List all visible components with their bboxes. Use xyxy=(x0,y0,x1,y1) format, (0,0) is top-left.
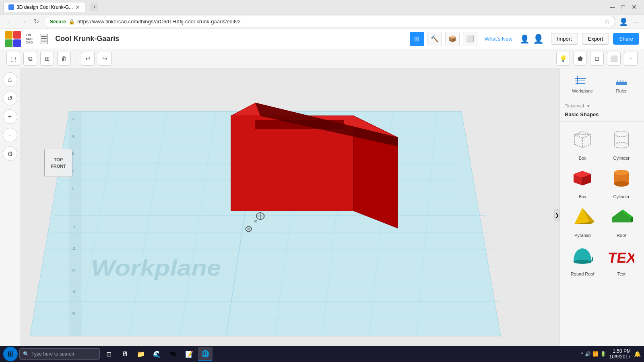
shape-pyramid-label: Pyramid xyxy=(574,233,590,238)
forward-button[interactable]: → xyxy=(19,16,28,27)
tinkercad-logo xyxy=(5,31,21,47)
align-button[interactable]: ⬜ xyxy=(607,52,621,66)
browser-tab[interactable]: 3D design Cool Krunk-G... ✕ xyxy=(3,2,85,12)
taskbar-word-button[interactable]: 📝 xyxy=(182,347,196,361)
zoom-in-button[interactable]: + xyxy=(3,109,17,124)
group-button[interactable]: ⬚ xyxy=(6,52,20,66)
delete-button[interactable]: 🗑 xyxy=(57,52,71,66)
taskbar-desktop-button[interactable]: 🖥 xyxy=(118,347,132,361)
category-dropdown-arrow[interactable]: ▼ xyxy=(586,104,590,108)
export-button[interactable]: Export xyxy=(582,33,609,45)
toolbar-right: 💡 ⬟ ⊡ ⬜ ⬝ xyxy=(556,52,638,66)
shape-box-outline[interactable]: Box xyxy=(565,125,601,160)
taskbar-search[interactable]: 🔍 Type here to search xyxy=(19,348,100,360)
svg-text:Workplane: Workplane xyxy=(91,255,221,281)
mirror-button[interactable]: ⊡ xyxy=(590,52,604,66)
svg-text:4: 4 xyxy=(72,134,74,138)
shape-round-roof-label: Round Roof xyxy=(571,272,594,276)
right-panel: ❯ Workplane xyxy=(559,68,644,362)
tray-arrow[interactable]: ^ xyxy=(581,352,583,356)
3d-view-button[interactable]: 🔨 xyxy=(427,32,442,46)
redo-button[interactable]: ↪ xyxy=(98,52,111,66)
tab-close-button[interactable]: ✕ xyxy=(75,4,80,10)
svg-text:-3: -3 xyxy=(72,268,76,272)
workplane-icon xyxy=(575,72,590,87)
shape-text-label: Text xyxy=(617,272,625,276)
ruler-icon xyxy=(614,72,629,87)
share-button[interactable]: Share xyxy=(613,33,639,45)
fit-button[interactable]: ⚙ xyxy=(3,146,17,161)
tab-title: 3D design Cool Krunk-G... xyxy=(17,4,73,10)
taskbar: ⊞ 🔍 Type here to search ⊡ 🖥 📁 🌊 🛍 📝 🌐 ^ … xyxy=(0,346,644,362)
svg-marker-58 xyxy=(574,135,590,138)
import-button[interactable]: Import xyxy=(551,33,578,45)
shape-cylinder-orange[interactable]: Cylinder xyxy=(604,164,640,199)
copy-button[interactable]: ⧉ xyxy=(23,52,37,66)
avatar[interactable]: 👤 xyxy=(533,34,544,44)
panel-divider xyxy=(560,99,644,99)
ruler-panel-button[interactable]: Ruler xyxy=(604,72,640,93)
back-button[interactable]: ← xyxy=(5,16,14,27)
user-icon[interactable]: 👤 xyxy=(520,34,530,44)
extensions-icon[interactable]: ⋯ xyxy=(632,17,639,26)
svg-marker-77 xyxy=(631,217,633,222)
taskbar-store-button[interactable]: 🛍 xyxy=(166,347,180,361)
close-button[interactable]: ✕ xyxy=(632,3,637,11)
home-view-button[interactable]: ⌂ xyxy=(3,72,17,87)
app-header: TINKERCAD ☰ Cool Krunk-Gaaris ⊞ 🔨 📦 ⬜ Wh… xyxy=(0,29,644,49)
view-cube[interactable]: TOP FRONT xyxy=(44,149,72,177)
profile-icon[interactable]: 👤 xyxy=(619,17,628,26)
workplane-panel-button[interactable]: Workplane xyxy=(565,72,601,93)
battery-icon[interactable]: 🔋 xyxy=(600,351,606,357)
network-icon[interactable]: 📶 xyxy=(592,351,599,357)
zoom-out-button[interactable]: − xyxy=(3,128,17,142)
shape-box-red-thumb xyxy=(568,164,597,193)
shape-pyramid-thumb xyxy=(568,202,597,231)
new-tab-button[interactable]: + xyxy=(90,3,98,11)
hamburger-menu-button[interactable]: ☰ xyxy=(40,34,48,44)
shape-tool-button[interactable]: ⬟ xyxy=(573,52,587,66)
start-button[interactable]: ⊞ xyxy=(3,347,18,361)
panel-header: Workplane Ruler xyxy=(560,68,644,97)
shape-cylinder-orange-label: Cylinder xyxy=(613,194,630,199)
url-text: https://www.tinkercad.com/things/arC6dTH… xyxy=(77,19,241,25)
maximize-button[interactable]: □ xyxy=(621,4,625,11)
shape-roof-thumb xyxy=(607,202,636,231)
taskbar-folder-button[interactable]: 📁 xyxy=(134,347,148,361)
clock-time: 1:50 PM xyxy=(609,348,631,354)
svg-text:TEXT: TEXT xyxy=(609,249,634,266)
box-view-button[interactable]: 📦 xyxy=(445,32,460,46)
clock-date: 10/9/2017 xyxy=(609,354,631,360)
code-view-button[interactable]: ⬜ xyxy=(463,32,477,46)
shape-cylinder-outline[interactable]: Cylinder xyxy=(604,125,640,160)
shape-box-red-label: Box xyxy=(579,194,586,199)
shape-box-red[interactable]: Box xyxy=(565,164,601,199)
reload-button[interactable]: ↻ xyxy=(32,16,41,27)
main-area: ⌂ ↺ + − ⚙ TOP FRONT xyxy=(0,68,644,362)
grid-view-button[interactable]: ⊞ xyxy=(410,32,424,46)
duplicate-button[interactable]: ⊞ xyxy=(40,52,54,66)
address-bar: ← → ↻ Secure 🔒 https://www.tinkercad.com… xyxy=(0,14,644,29)
whats-new-button[interactable]: What's New xyxy=(481,33,516,44)
taskbar-chrome-button[interactable]: 🌐 xyxy=(198,347,213,361)
shape-pyramid[interactable]: Pyramid xyxy=(565,202,601,238)
taskbar-view-button[interactable]: ⊡ xyxy=(101,347,116,361)
bookmark-icon[interactable]: ☆ xyxy=(604,18,610,25)
undo-button[interactable]: ↩ xyxy=(81,52,95,66)
svg-rect-46 xyxy=(575,78,586,79)
light-button[interactable]: 💡 xyxy=(556,52,570,66)
orbit-button[interactable]: ↺ xyxy=(3,91,17,105)
notification-icon[interactable]: 🔔 xyxy=(634,351,641,357)
time-display[interactable]: 1:50 PM 10/9/2017 xyxy=(609,348,631,360)
distribute-button[interactable]: ⬝ xyxy=(624,52,638,66)
shape-text[interactable]: TEXT Text xyxy=(604,241,640,276)
taskbar-edge-button[interactable]: 🌊 xyxy=(150,347,164,361)
shape-roof[interactable]: Roof xyxy=(604,202,640,238)
canvas-area[interactable]: TOP FRONT xyxy=(20,68,559,362)
speaker-icon[interactable]: 🔊 xyxy=(585,351,591,357)
panel-collapse-button[interactable]: ❯ xyxy=(554,209,560,221)
svg-text:-4: -4 xyxy=(72,290,76,294)
url-bar[interactable]: Secure 🔒 https://www.tinkercad.com/thing… xyxy=(45,16,615,27)
minimize-button[interactable]: ─ xyxy=(610,4,615,11)
shape-round-roof[interactable]: Round Roof xyxy=(565,241,601,276)
